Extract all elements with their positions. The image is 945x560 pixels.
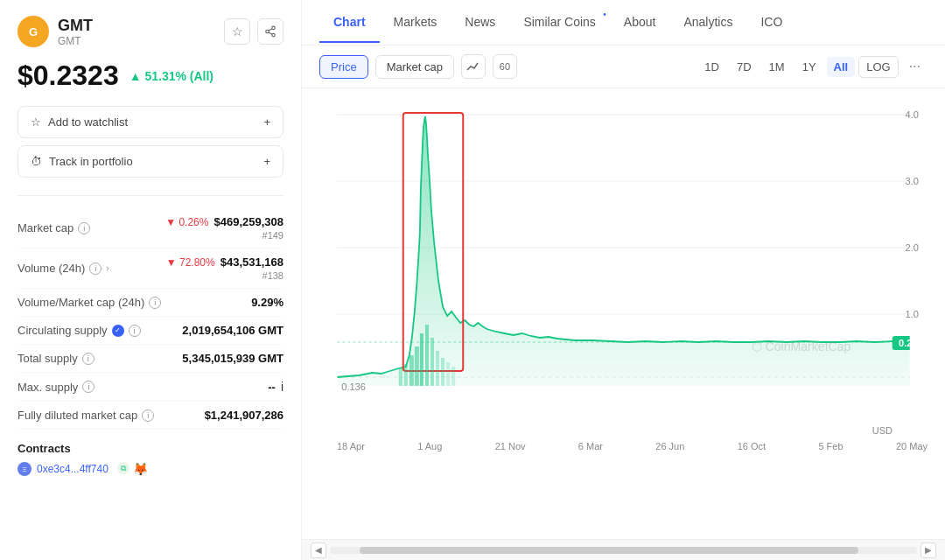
max-supply-row: Max. supply i -- i	[18, 373, 284, 402]
svg-rect-24	[436, 351, 439, 386]
scroll-track[interactable]	[330, 547, 917, 554]
contract-address[interactable]: 0xe3c4...4ff740	[37, 463, 108, 475]
candle-icon[interactable]: 60	[493, 54, 517, 79]
svg-text:2.0: 2.0	[906, 242, 919, 253]
volume-expand-icon[interactable]: ›	[106, 263, 108, 273]
diluted-label: Fully diluted market cap i	[18, 409, 154, 422]
x-label-4: 6 Mar	[578, 441, 603, 452]
time-1y[interactable]: 1Y	[795, 57, 823, 77]
copy-icon[interactable]: ⧉	[117, 462, 130, 474]
max-supply-info-icon[interactable]: i	[82, 381, 94, 393]
svg-rect-22	[425, 325, 429, 386]
time-all[interactable]: All	[827, 57, 856, 77]
tab-analytics[interactable]: Analytics	[669, 3, 746, 43]
svg-text:⬡ CoinMarketCap: ⬡ CoinMarketCap	[752, 340, 851, 354]
market-cap-btn[interactable]: Market cap	[375, 55, 454, 79]
scroll-right-btn[interactable]: ▶	[920, 542, 936, 558]
scrollbar-area: ◀ ▶	[302, 539, 945, 560]
circ-supply-row: Circulating supply ✓ i 2,019,654,106 GMT	[18, 317, 284, 345]
circ-supply-value: 2,019,654,106 GMT	[182, 324, 284, 337]
market-cap-value: $469,259,308	[214, 215, 284, 228]
tab-ico[interactable]: ICO	[746, 3, 796, 43]
price-value: $0.2323	[18, 60, 119, 92]
svg-text:1.0: 1.0	[906, 309, 919, 319]
time-1d[interactable]: 1D	[697, 57, 726, 77]
volume-value: $43,531,168	[220, 256, 284, 269]
share-button[interactable]	[257, 18, 284, 45]
coin-name-block: GMT GMT	[58, 17, 93, 47]
svg-text:0.23: 0.23	[899, 338, 918, 348]
scroll-left-btn[interactable]: ◀	[311, 542, 326, 558]
x-label-7: 5 Feb	[818, 441, 843, 452]
scroll-thumb[interactable]	[360, 547, 858, 554]
coin-full-name: GMT	[58, 35, 93, 47]
chart-area: 4.0 3.0 2.0 1.0 0.136	[302, 88, 945, 539]
total-supply-row: Total supply i 5,345,015,939 GMT	[18, 345, 284, 373]
svg-point-2	[272, 33, 276, 37]
tab-markets[interactable]: Markets	[380, 3, 452, 43]
max-supply-value: --	[268, 381, 276, 394]
fox-icon[interactable]: 🦊	[133, 462, 148, 476]
market-cap-change: ▼ 0.26%	[165, 216, 208, 228]
volume-value-block: ▼ 72.80% $43,531,168 #138	[166, 256, 284, 281]
vol-mkt-row: Volume/Market cap (24h) i 9.29%	[18, 289, 284, 317]
tab-news[interactable]: News	[451, 3, 509, 43]
x-label-1: 18 Apr	[337, 441, 365, 452]
market-cap-value-block: ▼ 0.26% $469,259,308 #149	[165, 215, 284, 241]
header-actions: ☆	[224, 18, 284, 45]
market-cap-row: Market cap i ▼ 0.26% $469,259,308 #149	[18, 208, 284, 248]
svg-line-3	[269, 32, 272, 34]
total-supply-value: 5,345,015,939 GMT	[182, 352, 284, 365]
svg-text:4.0: 4.0	[906, 109, 919, 120]
time-controls: 1D 7D 1M 1Y All LOG ···	[697, 55, 928, 78]
volume-row: Volume (24h) i › ▼ 72.80% $43,531,168 #1…	[18, 248, 284, 289]
track-portfolio-button[interactable]: ⏱ Track in portfolio +	[18, 145, 284, 178]
market-cap-info-icon[interactable]: i	[78, 222, 90, 234]
watchlist-icon: ☆	[31, 116, 41, 129]
x-axis-labels: 18 Apr 1 Aug 21 Nov 6 Mar 26 Jun 16 Oct …	[311, 438, 928, 457]
plus-icon-2: +	[263, 155, 270, 168]
diluted-info-icon[interactable]: i	[142, 410, 154, 422]
svg-rect-18	[404, 364, 408, 386]
svg-rect-17	[399, 368, 402, 386]
time-7d[interactable]: 7D	[730, 57, 759, 77]
more-options-btn[interactable]: ···	[902, 55, 928, 78]
ethereum-icon: Ξ	[18, 462, 32, 476]
svg-rect-19	[410, 355, 414, 386]
line-chart-icon[interactable]	[461, 54, 486, 79]
volume-change: ▼ 72.80%	[166, 256, 215, 269]
total-supply-info-icon[interactable]: i	[82, 353, 94, 365]
volume-label: Volume (24h) i ›	[18, 262, 109, 275]
total-supply-label: Total supply i	[18, 352, 94, 365]
verified-icon: ✓	[112, 325, 124, 337]
coin-symbol: GMT	[58, 17, 93, 35]
plus-icon: +	[263, 116, 270, 129]
x-label-5: 26 Jun	[655, 441, 684, 452]
svg-text:3.0: 3.0	[906, 176, 919, 186]
vol-mkt-info-icon[interactable]: i	[149, 297, 161, 309]
chart-controls: Price Market cap 60 1D 7D 1M 1Y All LOG …	[302, 46, 945, 88]
watchlist-label: Add to watchlist	[48, 116, 128, 129]
stats-section: Market cap i ▼ 0.26% $469,259,308 #149 V…	[18, 195, 284, 430]
svg-rect-21	[420, 333, 424, 386]
price-btn[interactable]: Price	[319, 55, 368, 79]
svg-rect-27	[452, 367, 455, 386]
watchlist-star-button[interactable]: ☆	[224, 18, 250, 45]
svg-point-1	[266, 30, 270, 33]
log-btn[interactable]: LOG	[858, 56, 898, 78]
svg-rect-20	[415, 346, 419, 386]
svg-rect-25	[441, 358, 444, 386]
add-to-watchlist-button[interactable]: ☆ Add to watchlist +	[18, 106, 284, 138]
volume-info-icon[interactable]: i	[89, 262, 102, 275]
tab-similar-coins[interactable]: Similar Coins	[509, 3, 609, 43]
portfolio-label: Track in portfolio	[49, 155, 133, 168]
svg-point-0	[272, 26, 276, 30]
vol-mkt-label: Volume/Market cap (24h) i	[18, 296, 161, 309]
max-supply-info-icon-2[interactable]: i	[281, 380, 284, 394]
tab-chart[interactable]: Chart	[319, 3, 380, 43]
top-nav: Chart Markets News Similar Coins About A…	[302, 0, 945, 46]
time-1m[interactable]: 1M	[762, 57, 792, 77]
circ-supply-info-icon[interactable]: i	[129, 325, 141, 337]
left-panel: G GMT GMT ☆ $0.2323 ▲ 51.31% (All) ☆	[0, 0, 302, 560]
tab-about[interactable]: About	[610, 3, 670, 43]
